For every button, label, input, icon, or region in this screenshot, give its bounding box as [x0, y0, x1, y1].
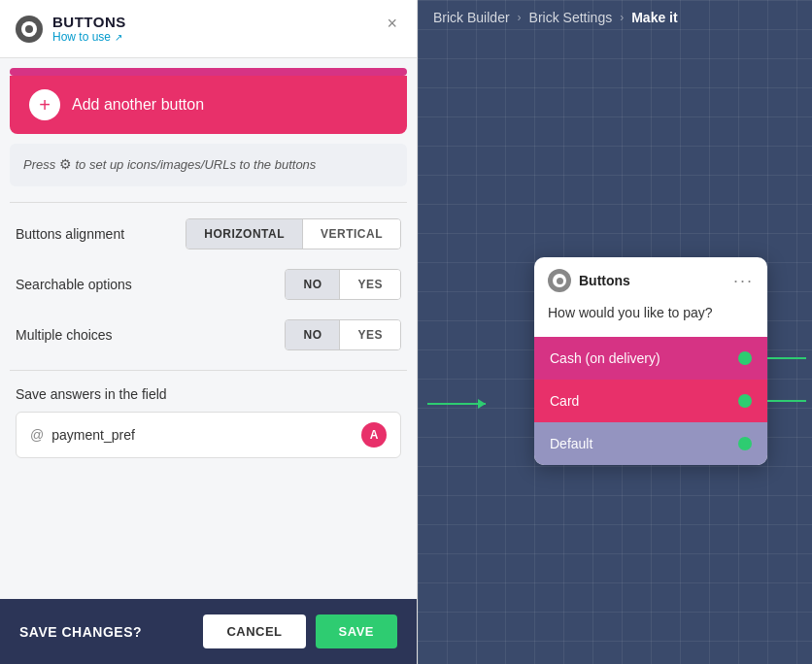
field-badge: A — [361, 422, 387, 448]
option-card-label: Card — [550, 393, 579, 409]
breadcrumb: Brick Builder › Brick Settings › Make it — [418, 0, 812, 35]
breadcrumb-sep-1: › — [518, 11, 522, 24]
brick-question: How would you like to pay? — [534, 300, 767, 337]
brick-menu-icon[interactable]: ··· — [733, 271, 754, 291]
field-name: payment_pref — [51, 427, 135, 443]
option-card[interactable]: Card — [534, 380, 767, 422]
panel-icon-inner — [21, 21, 37, 37]
footer-buttons: CANCEL SAVE — [203, 614, 397, 648]
option-default-dot — [738, 437, 752, 450]
panel-icon — [16, 16, 43, 43]
option-cash-line — [767, 357, 806, 359]
arrow-connector — [427, 403, 486, 405]
add-circle-icon: + — [29, 89, 60, 120]
hint-text-after: to set up icons/images/URLs to the butto… — [75, 157, 316, 172]
brick-icon — [548, 269, 571, 292]
save-button[interactable]: SAVE — [316, 614, 397, 648]
left-panel: BUTTONS How to use ↗ × + Add another but… — [0, 0, 418, 664]
how-to-use-link[interactable]: How to use ↗ — [52, 30, 126, 44]
alignment-vertical[interactable]: VERTICAL — [302, 219, 400, 249]
option-card-dot — [738, 394, 752, 408]
save-question: SAVE CHANGES? — [19, 624, 142, 640]
hint-box: Press ⚙ to set up icons/images/URLs to t… — [10, 144, 407, 186]
option-card-line — [767, 400, 806, 402]
breadcrumb-builder: Brick Builder — [433, 10, 510, 25]
searchable-label: Searchable options — [16, 277, 132, 292]
alignment-row: Buttons alignment HORIZONTAL VERTICAL — [16, 218, 401, 249]
close-button[interactable]: × — [383, 14, 401, 34]
alignment-label: Buttons alignment — [16, 226, 124, 242]
brick-card: Buttons ··· How would you like to pay? C… — [534, 257, 767, 465]
button-strip — [10, 68, 407, 76]
divider-1 — [10, 202, 407, 203]
cancel-button[interactable]: CANCEL — [203, 614, 305, 648]
option-default-label: Default — [550, 436, 592, 451]
external-link-icon: ↗ — [115, 32, 122, 43]
hint-text-before: Press — [23, 157, 55, 172]
searchable-row: Searchable options NO YES — [16, 269, 401, 300]
right-panel: Brick Builder › Brick Settings › Make it… — [418, 0, 812, 664]
title-group: BUTTONS How to use ↗ — [52, 14, 126, 44]
settings-section: Buttons alignment HORIZONTAL VERTICAL Se… — [0, 218, 417, 350]
header-left: BUTTONS How to use ↗ — [16, 14, 126, 44]
panel-header: BUTTONS How to use ↗ × — [0, 0, 417, 58]
brick-card-header-left: Buttons — [548, 269, 630, 292]
alignment-horizontal[interactable]: HORIZONTAL — [186, 219, 302, 249]
alignment-toggle: HORIZONTAL VERTICAL — [186, 218, 401, 249]
brick-icon-inner — [553, 274, 566, 287]
option-cash-label: Cash (on delivery) — [550, 350, 660, 366]
searchable-toggle: NO YES — [285, 269, 401, 300]
arrow-line — [427, 403, 486, 405]
multiple-row: Multiple choices NO YES — [16, 319, 401, 350]
at-sign: @ — [30, 427, 44, 443]
brick-options: Cash (on delivery) Card Default — [534, 337, 767, 465]
field-input-row[interactable]: @ payment_pref A — [16, 412, 401, 458]
brick-card-header: Buttons ··· — [534, 257, 767, 300]
multiple-toggle: NO YES — [285, 319, 401, 350]
panel-footer: SAVE CHANGES? CANCEL SAVE — [0, 599, 417, 664]
panel-title: BUTTONS — [52, 14, 126, 30]
multiple-no[interactable]: NO — [286, 320, 339, 349]
breadcrumb-make-it: Make it — [631, 10, 677, 25]
gear-icon: ⚙ — [59, 155, 72, 175]
add-button-label: Add another button — [72, 96, 204, 114]
option-cash[interactable]: Cash (on delivery) — [534, 337, 767, 380]
breadcrumb-settings: Brick Settings — [529, 10, 613, 25]
brick-card-title: Buttons — [579, 273, 630, 288]
divider-2 — [10, 370, 407, 371]
multiple-yes[interactable]: YES — [339, 320, 400, 349]
panel-content: + Add another button Press ⚙ to set up i… — [0, 58, 417, 599]
save-field-label: Save answers in the field — [16, 386, 401, 402]
multiple-label: Multiple choices — [16, 327, 113, 343]
searchable-no[interactable]: NO — [286, 270, 339, 299]
save-field-section: Save answers in the field @ payment_pref… — [0, 386, 417, 458]
breadcrumb-sep-2: › — [620, 11, 624, 24]
field-input-left: @ payment_pref — [30, 427, 135, 443]
searchable-yes[interactable]: YES — [339, 270, 400, 299]
add-button-row[interactable]: + Add another button — [10, 76, 407, 134]
option-cash-dot — [738, 351, 752, 365]
option-default[interactable]: Default — [534, 422, 767, 465]
